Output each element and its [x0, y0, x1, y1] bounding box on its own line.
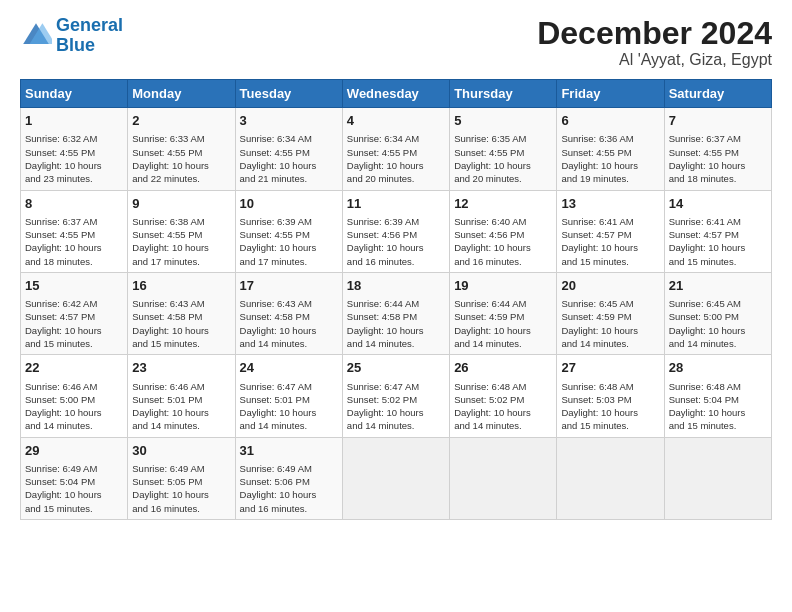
calendar-cell: 11Sunrise: 6:39 AMSunset: 4:56 PMDayligh… [342, 190, 449, 272]
day-info-line: Daylight: 10 hours [561, 159, 659, 172]
day-number: 20 [561, 277, 659, 295]
day-info-line: Sunset: 4:55 PM [25, 146, 123, 159]
calendar-cell: 2Sunrise: 6:33 AMSunset: 4:55 PMDaylight… [128, 108, 235, 190]
calendar-cell: 23Sunrise: 6:46 AMSunset: 5:01 PMDayligh… [128, 355, 235, 437]
day-info-line: Sunset: 4:55 PM [25, 228, 123, 241]
day-number: 13 [561, 195, 659, 213]
header-wednesday: Wednesday [342, 80, 449, 108]
logo-icon [20, 20, 52, 52]
day-info-line: and 14 minutes. [454, 419, 552, 432]
day-number: 12 [454, 195, 552, 213]
day-number: 6 [561, 112, 659, 130]
day-info-line: Sunset: 4:55 PM [132, 146, 230, 159]
day-info-line: and 14 minutes. [347, 419, 445, 432]
day-number: 23 [132, 359, 230, 377]
calendar-cell [557, 437, 664, 519]
day-info-line: Daylight: 10 hours [347, 406, 445, 419]
header-friday: Friday [557, 80, 664, 108]
day-info-line: and 15 minutes. [25, 502, 123, 515]
day-info-line: Sunrise: 6:39 AM [240, 215, 338, 228]
header-saturday: Saturday [664, 80, 771, 108]
day-info-line: Daylight: 10 hours [25, 159, 123, 172]
day-info-line: and 16 minutes. [240, 502, 338, 515]
day-info-line: Daylight: 10 hours [454, 241, 552, 254]
calendar-cell: 22Sunrise: 6:46 AMSunset: 5:00 PMDayligh… [21, 355, 128, 437]
day-number: 2 [132, 112, 230, 130]
day-info-line: Sunset: 4:55 PM [454, 146, 552, 159]
calendar-cell: 4Sunrise: 6:34 AMSunset: 4:55 PMDaylight… [342, 108, 449, 190]
day-info-line: and 14 minutes. [25, 419, 123, 432]
day-info-line: Sunset: 4:55 PM [561, 146, 659, 159]
day-number: 11 [347, 195, 445, 213]
day-info-line: and 19 minutes. [561, 172, 659, 185]
calendar-cell: 15Sunrise: 6:42 AMSunset: 4:57 PMDayligh… [21, 272, 128, 354]
day-info-line: Sunrise: 6:47 AM [240, 380, 338, 393]
day-info-line: Sunset: 4:55 PM [240, 146, 338, 159]
day-number: 19 [454, 277, 552, 295]
day-number: 10 [240, 195, 338, 213]
day-info-line: Daylight: 10 hours [347, 324, 445, 337]
day-info-line: Sunset: 5:04 PM [25, 475, 123, 488]
day-info-line: Daylight: 10 hours [132, 241, 230, 254]
day-info-line: Daylight: 10 hours [25, 241, 123, 254]
calendar-cell: 26Sunrise: 6:48 AMSunset: 5:02 PMDayligh… [450, 355, 557, 437]
day-number: 17 [240, 277, 338, 295]
day-info-line: Sunset: 5:02 PM [454, 393, 552, 406]
calendar-cell: 20Sunrise: 6:45 AMSunset: 4:59 PMDayligh… [557, 272, 664, 354]
calendar-cell: 18Sunrise: 6:44 AMSunset: 4:58 PMDayligh… [342, 272, 449, 354]
header-thursday: Thursday [450, 80, 557, 108]
day-info-line: and 20 minutes. [454, 172, 552, 185]
day-info-line: Sunset: 4:57 PM [25, 310, 123, 323]
day-info-line: Sunrise: 6:47 AM [347, 380, 445, 393]
day-info-line: Sunset: 5:00 PM [669, 310, 767, 323]
calendar-cell: 25Sunrise: 6:47 AMSunset: 5:02 PMDayligh… [342, 355, 449, 437]
day-info-line: Sunset: 5:04 PM [669, 393, 767, 406]
calendar-cell: 1Sunrise: 6:32 AMSunset: 4:55 PMDaylight… [21, 108, 128, 190]
day-info-line: Sunrise: 6:40 AM [454, 215, 552, 228]
calendar-cell: 3Sunrise: 6:34 AMSunset: 4:55 PMDaylight… [235, 108, 342, 190]
day-info-line: and 16 minutes. [132, 502, 230, 515]
main-container: General Blue December 2024 Al 'Ayyat, Gi… [0, 0, 792, 530]
day-info-line: Sunset: 5:02 PM [347, 393, 445, 406]
day-info-line: Sunrise: 6:38 AM [132, 215, 230, 228]
day-info-line: Sunrise: 6:36 AM [561, 132, 659, 145]
day-info-line: Daylight: 10 hours [240, 406, 338, 419]
calendar-week-row: 22Sunrise: 6:46 AMSunset: 5:00 PMDayligh… [21, 355, 772, 437]
day-info-line: and 15 minutes. [561, 255, 659, 268]
day-number: 5 [454, 112, 552, 130]
day-info-line: and 14 minutes. [561, 337, 659, 350]
day-info-line: Sunrise: 6:34 AM [240, 132, 338, 145]
day-number: 7 [669, 112, 767, 130]
day-info-line: Daylight: 10 hours [25, 406, 123, 419]
calendar-cell [342, 437, 449, 519]
day-info-line: Sunrise: 6:49 AM [25, 462, 123, 475]
day-info-line: Daylight: 10 hours [240, 159, 338, 172]
day-number: 28 [669, 359, 767, 377]
day-number: 25 [347, 359, 445, 377]
calendar-cell: 13Sunrise: 6:41 AMSunset: 4:57 PMDayligh… [557, 190, 664, 272]
day-number: 21 [669, 277, 767, 295]
day-info-line: Sunrise: 6:48 AM [561, 380, 659, 393]
day-info-line: Sunset: 4:58 PM [347, 310, 445, 323]
day-info-line: Sunset: 4:57 PM [561, 228, 659, 241]
day-info-line: Daylight: 10 hours [669, 159, 767, 172]
day-info-line: Sunrise: 6:44 AM [454, 297, 552, 310]
day-info-line: Sunrise: 6:49 AM [240, 462, 338, 475]
header-sunday: Sunday [21, 80, 128, 108]
day-info-line: Sunset: 5:03 PM [561, 393, 659, 406]
day-info-line: Daylight: 10 hours [132, 324, 230, 337]
day-number: 15 [25, 277, 123, 295]
day-info-line: Daylight: 10 hours [132, 406, 230, 419]
day-info-line: and 17 minutes. [240, 255, 338, 268]
day-info-line: Sunset: 4:58 PM [240, 310, 338, 323]
day-info-line: Sunset: 4:55 PM [240, 228, 338, 241]
calendar-title: December 2024 [537, 16, 772, 51]
day-number: 1 [25, 112, 123, 130]
calendar-cell [450, 437, 557, 519]
calendar-cell [664, 437, 771, 519]
day-number: 26 [454, 359, 552, 377]
day-info-line: Sunrise: 6:49 AM [132, 462, 230, 475]
day-info-line: Daylight: 10 hours [561, 324, 659, 337]
calendar-cell: 19Sunrise: 6:44 AMSunset: 4:59 PMDayligh… [450, 272, 557, 354]
day-info-line: and 15 minutes. [132, 337, 230, 350]
